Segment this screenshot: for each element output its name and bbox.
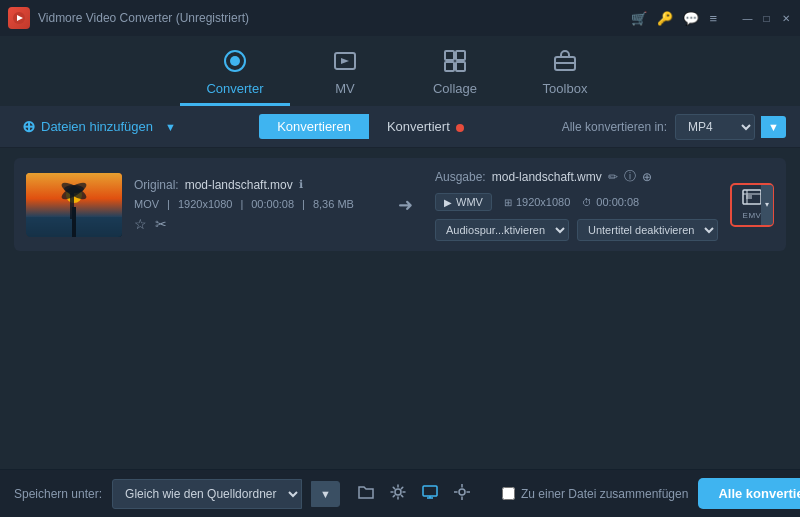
toolbar: ⊕ Dateien hinzufügen ▼ Konvertieren Konv…	[0, 106, 800, 148]
title-bar-icons: 🛒 🔑 💬 ≡	[631, 12, 717, 25]
output-resolution: 1920x1080	[516, 196, 570, 208]
svg-rect-7	[445, 62, 454, 71]
add-files-dropdown-button[interactable]: ▼	[161, 117, 180, 137]
output-resolution-item: ⊞ 1920x1080	[504, 196, 570, 208]
original-filename: mod-landschaft.mov	[185, 178, 293, 192]
audio-select[interactable]: Audiospur...ktivieren	[435, 219, 569, 241]
menu-icon[interactable]: ≡	[709, 12, 717, 25]
converted-badge	[456, 124, 464, 132]
save-path-arrow-button[interactable]: ▼	[311, 481, 340, 507]
edit-video-button[interactable]: EMV ▾	[730, 183, 774, 227]
input-size: 8,36 MB	[313, 198, 354, 210]
svg-rect-6	[456, 51, 465, 60]
input-resolution: 1920x1080	[178, 198, 232, 210]
title-bar: Vidmore Video Converter (Unregistriert) …	[0, 0, 800, 36]
info-icon[interactable]: ℹ	[299, 178, 303, 191]
tab-collage-label: Collage	[433, 81, 477, 96]
format-arrow-button[interactable]: ▼	[761, 116, 786, 138]
main-content: Original: mod-landschaft.mov ℹ MOV | 192…	[0, 148, 800, 469]
edit-name-icon[interactable]: ✏	[608, 170, 618, 184]
add-output-icon[interactable]: ⊕	[642, 170, 652, 184]
output-format-select[interactable]: MP4 WMV AVI	[675, 114, 755, 140]
converter-icon	[223, 49, 247, 77]
title-bar-right: 🛒 🔑 💬 ≡ — □ ✕	[631, 12, 792, 25]
star-icon[interactable]: ☆	[134, 216, 147, 232]
svg-point-3	[230, 56, 240, 66]
all-convert-label: Alle konvertieren in:	[562, 120, 667, 134]
tab-converter[interactable]: Converter	[180, 41, 290, 106]
toolbar-left: ⊕ Dateien hinzufügen ▼	[14, 113, 180, 140]
title-bar-left: Vidmore Video Converter (Unregistriert)	[8, 7, 249, 29]
tab-mv-label: MV	[335, 81, 355, 96]
add-files-label: Dateien hinzufügen	[41, 119, 153, 134]
checkbox-area: Zu einer Datei zusammenfügen	[502, 487, 688, 501]
output-format-text: WMV	[456, 196, 483, 208]
file-info-left: Original: mod-landschaft.mov ℹ MOV | 192…	[134, 178, 376, 232]
output-meta-row: ▶ WMV ⊞ 1920x1080 ⏱ 00:00:08	[435, 193, 718, 211]
convert-tab-label: Konvertieren	[277, 119, 351, 134]
key-icon[interactable]: 🔑	[657, 12, 673, 25]
converted-tab-button[interactable]: Konvertiert	[369, 114, 483, 139]
close-button[interactable]: ✕	[779, 12, 792, 25]
cut-icon[interactable]: ✂	[155, 216, 167, 232]
nav-bar: Converter MV Collage	[0, 36, 800, 106]
input-format: MOV	[134, 198, 159, 210]
tab-toolbox[interactable]: Toolbox	[510, 41, 620, 106]
thumbnail-image	[26, 173, 122, 237]
output-section: Ausgabe: mod-landschaft.wmv ✏ ⓘ ⊕ ▶ WMV …	[435, 168, 718, 241]
bottom-bar: Speichern unter: Gleich wie den Quelldor…	[0, 469, 800, 517]
svg-rect-21	[746, 195, 752, 199]
convert-all-button[interactable]: Alle konvertieren	[698, 478, 800, 509]
merge-label: Zu einer Datei zusammenfügen	[521, 487, 688, 501]
convert-tab-button[interactable]: Konvertieren	[259, 114, 369, 139]
info-output-icon[interactable]: ⓘ	[624, 168, 636, 185]
app-icon	[8, 7, 30, 29]
output-duration: 00:00:08	[596, 196, 639, 208]
original-name-row: Original: mod-landschaft.mov ℹ	[134, 178, 376, 192]
video-icon-sm: ▶	[444, 197, 452, 208]
merge-checkbox[interactable]	[502, 487, 515, 500]
resolution-icon: ⊞	[504, 197, 512, 208]
toolbox-icon	[553, 49, 577, 77]
svg-rect-5	[445, 51, 454, 60]
subtitle-select[interactable]: Untertitel deaktivieren	[577, 219, 718, 241]
tab-converter-label: Converter	[206, 81, 263, 96]
edit-btn-inner: EMV	[742, 189, 762, 220]
svg-rect-13	[26, 217, 122, 237]
save-path-select[interactable]: Gleich wie den Quelldordner	[112, 479, 302, 509]
screen-icon-button[interactable]	[418, 480, 442, 507]
converted-tab-label: Konvertiert	[387, 119, 450, 134]
original-label: Original:	[134, 178, 179, 192]
output-name-row: Ausgabe: mod-landschaft.wmv ✏ ⓘ ⊕	[435, 168, 718, 185]
file-actions-row: ☆ ✂	[134, 216, 376, 232]
output-label: Ausgabe:	[435, 170, 486, 184]
svg-rect-23	[423, 486, 437, 496]
save-label: Speichern unter:	[14, 487, 102, 501]
minimize-button[interactable]: —	[741, 12, 754, 25]
folder-icon-button[interactable]	[354, 481, 378, 506]
tab-mv[interactable]: MV	[290, 41, 400, 106]
output-dropdowns: Audiospur...ktivieren Untertitel deaktiv…	[435, 219, 718, 241]
app-title: Vidmore Video Converter (Unregistriert)	[38, 11, 249, 25]
separator3: |	[302, 198, 305, 210]
plus-icon: ⊕	[22, 117, 35, 136]
tab-collage[interactable]: Collage	[400, 41, 510, 106]
bottom-icons	[354, 480, 474, 507]
file-item: Original: mod-landschaft.mov ℹ MOV | 192…	[14, 158, 786, 251]
edit-btn-dropdown[interactable]: ▾	[761, 185, 773, 225]
separator1: |	[167, 198, 170, 210]
collage-icon	[443, 49, 467, 77]
add-files-button[interactable]: ⊕ Dateien hinzufügen	[14, 113, 161, 140]
cart-icon[interactable]: 🛒	[631, 12, 647, 25]
chat-icon[interactable]: 💬	[683, 12, 699, 25]
svg-rect-8	[456, 62, 465, 71]
separator2: |	[240, 198, 243, 210]
edit-video-icon	[742, 189, 762, 210]
file-thumbnail	[26, 173, 122, 237]
gear2-icon-button[interactable]	[450, 480, 474, 507]
maximize-button[interactable]: □	[760, 12, 773, 25]
settings-icon-button[interactable]	[386, 480, 410, 507]
window-controls: — □ ✕	[741, 12, 792, 25]
mv-icon	[333, 49, 357, 77]
output-format-badge: ▶ WMV	[435, 193, 492, 211]
